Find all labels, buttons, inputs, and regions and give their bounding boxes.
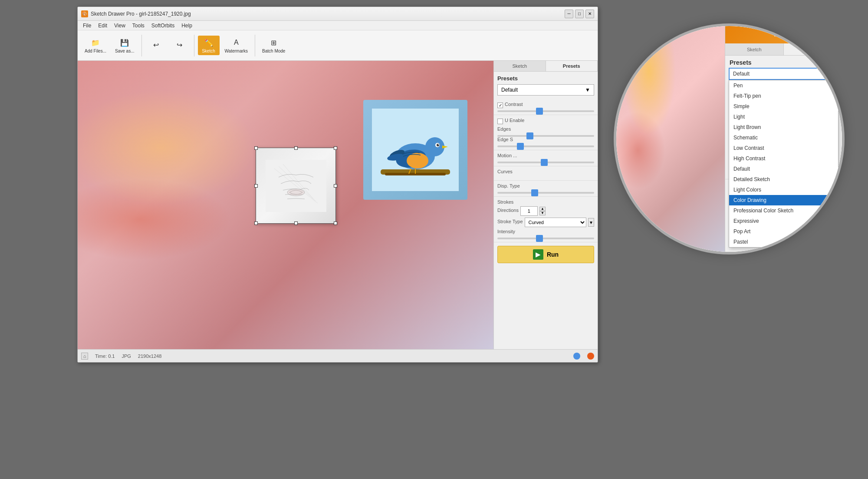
preset-item-color-drawing[interactable]: Color Drawing bbox=[729, 195, 838, 205]
maximize-button[interactable]: □ bbox=[575, 10, 584, 18]
contrast-checkbox[interactable]: ✓ bbox=[497, 102, 503, 108]
edge-size-slider[interactable] bbox=[497, 145, 594, 147]
status-time: Time: 0.1 bbox=[95, 353, 115, 359]
sketch-preview-content bbox=[256, 148, 335, 223]
watermarks-icon: A bbox=[231, 37, 241, 48]
main-image bbox=[78, 61, 493, 349]
preset-item-light[interactable]: Light bbox=[729, 112, 838, 122]
close-button[interactable]: ✕ bbox=[585, 10, 594, 18]
curves-label: Curves bbox=[497, 169, 513, 174]
undo-button[interactable]: ↩ bbox=[145, 38, 167, 53]
magnify-image-overlay bbox=[616, 26, 725, 252]
preset-item-felt-tip[interactable]: Felt-Tip pen bbox=[729, 91, 838, 101]
svg-point-11 bbox=[425, 137, 444, 156]
preset-item-pen[interactable]: Pen bbox=[729, 80, 838, 91]
batch-mode-button[interactable]: ⊞ Batch Mode bbox=[259, 36, 289, 55]
preset-item-schematic[interactable]: Schematic bbox=[729, 132, 838, 143]
sketch-preview-svg bbox=[266, 160, 326, 212]
preset-item-pastel[interactable]: Pastel bbox=[729, 237, 838, 247]
svg-point-10 bbox=[407, 153, 428, 168]
intensity-label: Intensity bbox=[497, 229, 515, 234]
minimize-button[interactable]: ─ bbox=[565, 10, 573, 18]
magnify-panel: Presets Sketch Presets Presets Default ▼ bbox=[725, 26, 842, 252]
svg-point-15 bbox=[438, 144, 439, 145]
directions-down-btn[interactable]: ▼ bbox=[539, 211, 546, 215]
mag-tab-sketch[interactable]: Sketch bbox=[725, 43, 784, 55]
add-files-button[interactable]: 📁 Add Files... bbox=[81, 36, 110, 55]
tab-presets[interactable]: Presets bbox=[546, 61, 598, 71]
title-bar: 🎨 Sketch Drawer Pro - girl-2185247_1920.… bbox=[78, 7, 598, 21]
presets-dropdown[interactable]: Default ▼ bbox=[497, 84, 594, 96]
preset-item-low-contrast[interactable]: Low Contrast bbox=[729, 143, 838, 153]
stroke-type-btn[interactable]: ▼ bbox=[588, 218, 594, 227]
motion-slider[interactable] bbox=[497, 162, 594, 163]
resize-handle-tm[interactable] bbox=[294, 146, 298, 150]
resize-handle-bm[interactable] bbox=[294, 221, 298, 225]
stroke-type-select[interactable]: Curved bbox=[525, 218, 587, 227]
canvas-area[interactable] bbox=[78, 61, 493, 349]
dropdown-arrow-icon: ▼ bbox=[585, 87, 590, 93]
mag-dropdown-list[interactable]: Pen Felt-Tip pen Simple Light Light Brow… bbox=[729, 80, 838, 248]
resize-handle-tl[interactable] bbox=[254, 146, 258, 150]
edge-size-row: Edge S bbox=[497, 137, 594, 144]
run-button[interactable]: ▶ Run bbox=[497, 246, 594, 263]
preset-item-detailed[interactable]: Detailed Sketch bbox=[729, 174, 838, 185]
status-home-icon[interactable]: ⌂ bbox=[81, 353, 88, 360]
mag-tab-presets[interactable]: Presets bbox=[784, 43, 842, 55]
resize-handle-lm[interactable] bbox=[254, 184, 258, 188]
edge-size-label: Edge S bbox=[497, 137, 513, 142]
status-icon-1[interactable] bbox=[573, 353, 580, 360]
preset-item-pop-art[interactable]: Pop Art bbox=[729, 226, 838, 237]
mag-presets-dropdown[interactable]: Default ▼ Pen Felt-Tip pen Simple Light … bbox=[729, 68, 838, 80]
redo-icon: ↪ bbox=[174, 40, 185, 50]
menu-softorbits[interactable]: SoftOrbits bbox=[148, 22, 178, 30]
directions-row: Directions ▲ ▼ bbox=[497, 206, 594, 216]
menu-file[interactable]: File bbox=[79, 22, 95, 30]
mag-presets-tab-label: Presets bbox=[805, 47, 821, 52]
menu-tools[interactable]: Tools bbox=[129, 22, 148, 30]
mag-dropdown-btn[interactable]: Default ▼ bbox=[729, 68, 838, 80]
mag-selected-preset: Default bbox=[733, 71, 750, 77]
watermarks-button[interactable]: A Watermarks bbox=[221, 36, 252, 55]
mag-presets-header: Presets bbox=[725, 56, 842, 68]
resize-handle-br[interactable] bbox=[334, 221, 337, 225]
strokes-header: Strokes bbox=[497, 199, 594, 205]
disp-row: Disp. Type bbox=[497, 183, 594, 190]
edges-slider-thumb bbox=[526, 132, 533, 139]
add-files-icon: 📁 bbox=[90, 37, 101, 48]
enable-checkbox[interactable] bbox=[497, 119, 503, 124]
resize-handle-tr[interactable] bbox=[334, 146, 337, 150]
magnify-image-half bbox=[616, 26, 725, 252]
preset-item-light-brown[interactable]: Light Brown bbox=[729, 122, 838, 132]
resize-handle-bl[interactable] bbox=[254, 221, 258, 225]
menu-edit[interactable]: Edit bbox=[95, 22, 111, 30]
mag-panel-tabs: Sketch Presets bbox=[725, 43, 842, 56]
preset-item-default[interactable]: Default bbox=[729, 164, 838, 174]
contrast-slider[interactable] bbox=[497, 110, 594, 112]
preset-item-high-contrast[interactable]: High Contrast bbox=[729, 153, 838, 164]
disp-slider[interactable] bbox=[497, 192, 594, 194]
save-button[interactable]: 💾 Save as... bbox=[112, 36, 138, 55]
sketch-preview-box[interactable] bbox=[256, 148, 336, 224]
status-icon-2[interactable] bbox=[587, 353, 594, 360]
intensity-slider[interactable] bbox=[497, 238, 594, 239]
directions-input[interactable] bbox=[520, 206, 538, 216]
contrast-row: ✓ Contrast bbox=[497, 102, 594, 109]
preset-item-expressive[interactable]: Expressive bbox=[729, 216, 838, 226]
preset-item-professional[interactable]: Professional Color Sketch bbox=[729, 205, 838, 216]
presets-heading: Presets bbox=[497, 75, 594, 82]
redo-button[interactable]: ↪ bbox=[169, 38, 191, 53]
preset-item-light-colors[interactable]: Light Colors bbox=[729, 185, 838, 195]
menu-help[interactable]: Help bbox=[178, 22, 196, 30]
presets-dropdown-btn[interactable]: Default ▼ bbox=[497, 84, 594, 96]
sketch-button[interactable]: ✏️ Sketch bbox=[198, 36, 220, 55]
edges-slider[interactable] bbox=[497, 135, 594, 137]
section-strokes: Strokes Directions ▲ ▼ Stroke Type Curve… bbox=[494, 197, 598, 242]
resize-handle-rm[interactable] bbox=[334, 184, 337, 188]
svg-point-1 bbox=[287, 189, 305, 196]
directions-up-btn[interactable]: ▲ bbox=[539, 207, 546, 211]
section-curves: Curves bbox=[494, 166, 598, 181]
preset-item-simple[interactable]: Simple bbox=[729, 101, 838, 112]
menu-view[interactable]: View bbox=[111, 22, 129, 30]
tab-sketch[interactable]: Sketch bbox=[494, 61, 546, 71]
